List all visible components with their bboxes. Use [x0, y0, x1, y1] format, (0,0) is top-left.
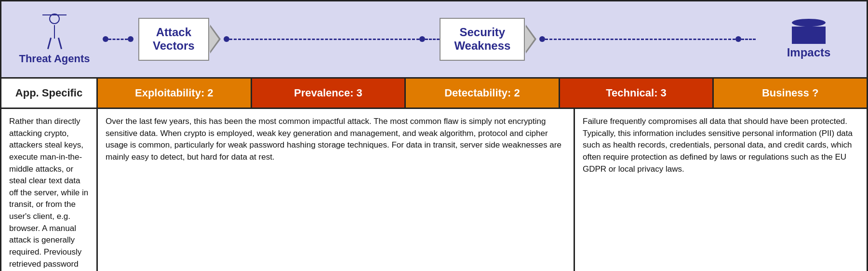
dot-line-3 [425, 39, 440, 40]
prevalence-label: Prevalence: 3 [294, 87, 362, 99]
attack-vectors-box: Attack Vectors [138, 18, 209, 61]
cylinder-body [792, 27, 826, 44]
exploitability-label: Exploitability: 2 [135, 87, 214, 99]
person-icon [42, 14, 67, 51]
connector-dot-4 [419, 36, 425, 42]
business-label: Business ? [762, 87, 818, 99]
connector-dot-5 [539, 36, 545, 42]
database-icon [792, 19, 826, 44]
left-text: Rather than directly attacking crypto, a… [9, 116, 89, 271]
rating-technical: Technical: 3 [560, 79, 714, 108]
connector-dot-2 [128, 36, 134, 42]
person-legs [49, 38, 61, 49]
threat-agents-section: Threat Agents [6, 9, 103, 70]
dot-line-1 [108, 39, 128, 40]
content-left: Rather than directly attacking crypto, a… [1, 109, 98, 271]
content-middle: Over the last few years, this has been t… [98, 109, 575, 271]
security-weakness-label: Security Weakness [454, 26, 510, 54]
attack-vectors-label: Attack Vectors [153, 26, 195, 54]
rating-app-specific: App. Specific [1, 79, 98, 108]
connector-middle [224, 36, 440, 42]
impacts-section: Impacts [756, 14, 862, 65]
header-flow: Threat Agents Attack Vectors Security We… [1, 9, 867, 70]
technical-label: Technical: 3 [606, 87, 667, 99]
dot-line-5 [741, 39, 756, 40]
person-body [54, 25, 55, 39]
content-right: Failure frequently compromises all data … [575, 109, 867, 271]
connector-dot-6 [735, 36, 741, 42]
app-specific-label: App. Specific [15, 87, 82, 99]
right-text: Failure frequently compromises all data … [583, 116, 859, 175]
rating-exploitability: Exploitability: 2 [98, 79, 252, 108]
middle-text: Over the last few years, this has been t… [106, 116, 566, 163]
person-leg-left [47, 38, 51, 49]
threat-agents-label: Threat Agents [19, 53, 90, 65]
connector-dot-3 [224, 36, 229, 42]
rating-business: Business ? [714, 79, 867, 108]
person-leg-right [58, 38, 62, 49]
dot-line-4 [545, 39, 735, 40]
rating-prevalence: Prevalence: 3 [252, 79, 406, 108]
impacts-label: Impacts [787, 46, 831, 60]
connector-right [539, 36, 756, 42]
header-row: Threat Agents Attack Vectors Security We… [1, 1, 867, 79]
person-arms [42, 14, 67, 16]
security-weakness-box: Security Weakness [440, 18, 525, 61]
main-container: Threat Agents Attack Vectors Security We… [0, 0, 868, 271]
dot-line-2 [229, 39, 420, 40]
detectability-label: Detectability: 2 [444, 87, 520, 99]
rating-detectability: Detectability: 2 [406, 79, 560, 108]
content-row: Rather than directly attacking crypto, a… [1, 109, 867, 271]
cylinder-top [792, 19, 826, 27]
connector-dot-1 [103, 36, 108, 42]
rating-row: App. Specific Exploitability: 2 Prevalen… [1, 79, 867, 109]
